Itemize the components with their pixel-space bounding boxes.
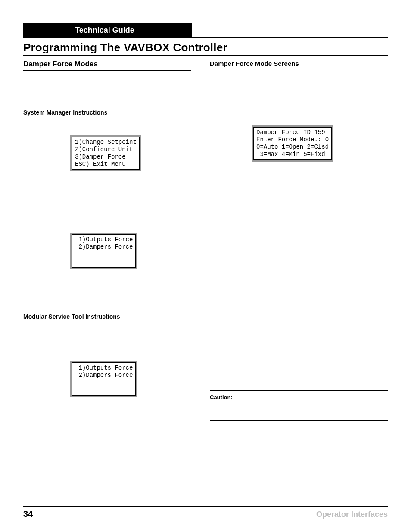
right-heading: Damper Force Mode Screens (210, 60, 388, 67)
lcd-line (75, 258, 78, 265)
caution-block: Caution: (210, 389, 388, 421)
lcd-line: 2)Configure Unit (75, 146, 133, 153)
lcd-screen-main-menu: 1)Change Setpoint 2)Configure Unit 3)Dam… (72, 137, 140, 170)
sysmgr-label: System Manager Instructions (23, 109, 201, 116)
lcd-screen-right-wrap: Damper Force ID 159 Enter Force Mode.: 0… (253, 127, 388, 160)
caution-label: Caution: (210, 394, 388, 401)
caution-rule-thin (210, 390, 388, 391)
lcd-screen-modsvc-menu: 1)Outputs Force 2)Dampers Force (72, 362, 136, 396)
lcd-line: 0=Auto 1=Open 2=Clsd (256, 143, 329, 150)
page-title: Programming The VAVBOX Controller (23, 41, 388, 54)
content-columns: Damper Force Modes System Manager Instru… (23, 59, 388, 421)
guide-title: Technical Guide (23, 23, 192, 37)
lcd-line: Enter Force Mode.: 0 (256, 136, 329, 143)
footer-rule (23, 506, 388, 507)
lcd-line: 3)Damper Force (75, 153, 126, 160)
modsvc-label: Modular Service Tool Instructions (23, 313, 201, 320)
lcd-screen-force-menu: 1)Outputs Force 2)Dampers Force (72, 234, 136, 268)
left-heading-rule (23, 70, 191, 71)
lcd-line (75, 251, 78, 258)
lcd-line (75, 386, 78, 393)
lcd-line: 3=Max 4=Min 5=Fixd (256, 151, 325, 158)
header-rule (23, 37, 388, 38)
caution-rule-bottom (210, 420, 388, 421)
left-column: Damper Force Modes System Manager Instru… (23, 59, 201, 421)
lcd-line: 2)Dampers Force (75, 372, 133, 379)
lcd-screen-3-wrap: 1)Outputs Force 2)Dampers Force (72, 362, 201, 396)
caution-rule-thin2 (210, 419, 388, 419)
lcd-line: 1)Outputs Force (75, 364, 133, 371)
lcd-line: ESC) Exit Menu (75, 161, 126, 168)
lcd-screen-1-wrap: 1)Change Setpoint 2)Configure Unit 3)Dam… (72, 137, 201, 170)
page-number: 34 (23, 509, 33, 519)
lcd-screen-force-mode: Damper Force ID 159 Enter Force Mode.: 0… (253, 127, 332, 160)
lcd-screen-2-wrap: 1)Outputs Force 2)Dampers Force (72, 234, 201, 268)
left-heading: Damper Force Modes (23, 60, 201, 69)
lcd-line (75, 379, 78, 386)
lcd-line: 1)Change Setpoint (75, 139, 137, 146)
right-column: Damper Force Mode Screens Damper Force I… (210, 59, 388, 421)
lcd-line: Damper Force ID 159 (256, 129, 325, 136)
header-bar: Technical Guide (23, 23, 388, 37)
title-rule (23, 55, 388, 56)
lcd-line: 2)Dampers Force (75, 243, 133, 250)
footer-label: Operator Interfaces (316, 510, 388, 519)
caution-rule-top (210, 389, 388, 389)
lcd-line: 1)Outputs Force (75, 236, 133, 243)
page-footer: 34 Operator Interfaces (23, 506, 388, 519)
